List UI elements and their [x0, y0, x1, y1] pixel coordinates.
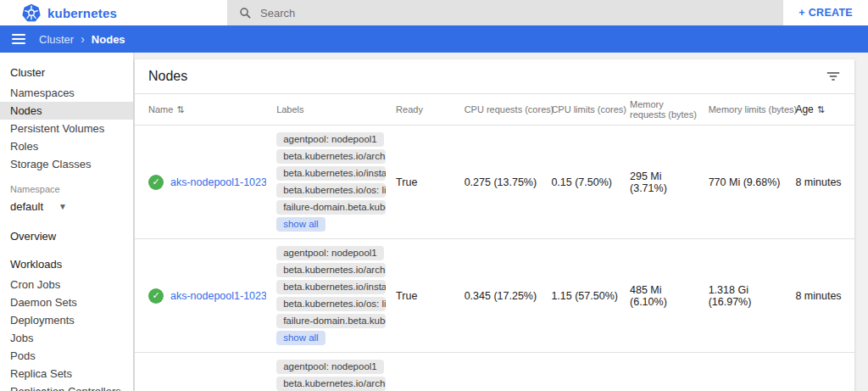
- label-chip: agentpool: nodepool1: [276, 132, 384, 147]
- label-chip: beta.kubernetes.io/instance-t.: [276, 280, 386, 294]
- create-button[interactable]: + CREATE: [783, 0, 868, 25]
- sidebar-item-overview[interactable]: Overview: [0, 225, 133, 248]
- age-value: 8 minutes: [790, 239, 854, 353]
- search-bar: [227, 0, 783, 25]
- label-chip: failure-domain.beta.kubernet.: [276, 314, 386, 328]
- search-icon: [239, 7, 252, 20]
- sidebar-item-namespaces[interactable]: Namespaces: [0, 84, 133, 102]
- page-title: Nodes: [148, 69, 187, 84]
- breadcrumb: Cluster › Nodes: [39, 33, 125, 46]
- chevron-right-icon: ›: [81, 33, 85, 45]
- label-chip: beta.kubernetes.io/os: linux: [276, 297, 386, 311]
- nodes-card: Nodes: [135, 59, 854, 391]
- cpu-requests-value: 0.345 (17.25%): [459, 239, 547, 353]
- show-all-button[interactable]: show all: [276, 331, 326, 345]
- sidebar-item-pods[interactable]: Pods: [0, 347, 133, 365]
- cpu-requests-value: 0.275 (13.75%): [459, 126, 547, 239]
- main-area: Nodes: [133, 53, 868, 391]
- memory-requests-value: 409 Mi (5.14%): [625, 353, 704, 391]
- breadcrumb-current: Nodes: [92, 33, 125, 46]
- namespace-selector[interactable]: default ▼: [0, 197, 133, 218]
- sidebar-section-cluster: Cluster: [0, 61, 133, 84]
- column-header-cpu-limits: CPU limits (cores): [546, 94, 625, 126]
- label-chip: beta.kubernetes.io/os: linux: [276, 183, 386, 198]
- node-ready-icon: ✓: [148, 175, 164, 190]
- namespace-value: default: [10, 200, 43, 213]
- memory-requests-value: 485 Mi (6.10%): [625, 239, 704, 353]
- namespace-label: Namespace: [0, 173, 133, 197]
- column-header-memory-requests: Memory requests (bytes): [625, 94, 704, 126]
- sidebar-item-roles[interactable]: Roles: [0, 137, 133, 155]
- column-header-ready: Ready: [391, 94, 459, 126]
- labels-list: agentpool: nodepool1 beta.kubernetes.io/…: [276, 132, 386, 232]
- label-chip: beta.kubernetes.io/arch: amd.: [276, 377, 386, 391]
- card-header: Nodes: [135, 59, 854, 94]
- memory-limits-value: 1.240 Gi (15.96%): [704, 353, 791, 391]
- sidebar-section-workloads: Workloads: [0, 253, 133, 276]
- label-chip: beta.kubernetes.io/instance-t.: [276, 166, 386, 181]
- show-all-button[interactable]: show all: [276, 217, 326, 232]
- sidebar-item-storage-classes[interactable]: Storage Classes: [0, 155, 133, 173]
- breadcrumb-cluster[interactable]: Cluster: [39, 33, 74, 46]
- top-bar: kubernetes + CREATE: [0, 0, 868, 25]
- sidebar-item-replication-controllers[interactable]: Replication Controllers: [0, 383, 133, 391]
- label-chip: beta.kubernetes.io/arch: amd.: [276, 263, 386, 277]
- memory-requests-value: 295 Mi (3.71%): [625, 126, 704, 239]
- labels-list: agentpool: nodepool1 beta.kubernetes.io/…: [276, 246, 386, 345]
- table-row: ✓ aks-nodepool1-10230590-vm... agentpool…: [135, 239, 854, 353]
- sidebar: Cluster Namespaces Nodes Persistent Volu…: [0, 53, 133, 391]
- sidebar-item-nodes[interactable]: Nodes: [0, 102, 133, 120]
- cpu-requests-value: 0.385 (19.25%): [459, 353, 547, 391]
- table-row: ✓ aks-nodepool1-10230590-vm... agentpool…: [135, 126, 854, 239]
- label-chip: beta.kubernetes.io/arch: amd.: [276, 149, 386, 164]
- sidebar-item-replica-sets[interactable]: Replica Sets: [0, 365, 133, 383]
- chevron-down-icon: ▼: [58, 202, 67, 211]
- age-value: 8 minutes: [790, 353, 854, 391]
- ready-value: True: [391, 126, 459, 239]
- label-chip: failure-domain.beta.kubernet.: [276, 200, 386, 215]
- sidebar-item-deployments[interactable]: Deployments: [0, 311, 133, 329]
- sort-icon: ⇅: [176, 104, 184, 115]
- column-header-labels: Labels: [271, 94, 391, 126]
- filter-icon[interactable]: [826, 69, 841, 84]
- table-header-row: Name⇅ Labels Ready CPU requests (cores) …: [135, 94, 854, 126]
- sidebar-item-persistent-volumes[interactable]: Persistent Volumes: [0, 120, 133, 137]
- label-chip: agentpool: nodepool1: [276, 360, 384, 374]
- age-value: 8 minutes: [790, 126, 854, 239]
- node-name-link[interactable]: aks-nodepool1-10230590-vm...: [170, 176, 266, 188]
- cpu-limits-value: 0.15 (7.50%): [546, 126, 625, 239]
- cpu-limits-value: 0.25 (12.50%): [546, 353, 625, 391]
- node-name-link[interactable]: aks-nodepool1-10230590-vm...: [170, 290, 266, 302]
- memory-limits-value: 770 Mi (9.68%): [704, 126, 791, 239]
- content: Cluster Namespaces Nodes Persistent Volu…: [0, 53, 868, 391]
- table-row: ✓ aks-nodepool1-10230590-vm... agentpool…: [135, 353, 854, 391]
- kubernetes-logo-icon: [22, 3, 41, 22]
- node-ready-icon: ✓: [148, 288, 164, 304]
- memory-limits-value: 1.318 Gi (16.97%): [704, 239, 791, 353]
- column-header-cpu-requests: CPU requests (cores): [459, 94, 547, 126]
- nodes-table: Name⇅ Labels Ready CPU requests (cores) …: [135, 94, 854, 391]
- column-header-memory-limits: Memory limits (bytes): [704, 94, 791, 126]
- menu-icon[interactable]: [12, 34, 25, 44]
- column-header-age[interactable]: Age⇅: [790, 94, 854, 126]
- sidebar-item-jobs[interactable]: Jobs: [0, 329, 133, 347]
- cpu-limits-value: 1.15 (57.50%): [546, 239, 625, 353]
- brand-name: kubernetes: [47, 6, 117, 20]
- sidebar-item-daemon-sets[interactable]: Daemon Sets: [0, 293, 133, 311]
- ready-value: True: [391, 353, 459, 391]
- labels-list: agentpool: nodepool1 beta.kubernetes.io/…: [276, 360, 386, 391]
- breadcrumb-bar: Cluster › Nodes: [0, 25, 868, 53]
- ready-value: True: [391, 239, 459, 353]
- brand: kubernetes: [0, 0, 227, 25]
- sort-icon: ⇅: [817, 104, 825, 115]
- label-chip: agentpool: nodepool1: [276, 246, 384, 260]
- search-input[interactable]: [260, 7, 771, 20]
- sidebar-item-cron-jobs[interactable]: Cron Jobs: [0, 276, 133, 293]
- column-header-name[interactable]: Name⇅: [135, 94, 271, 126]
